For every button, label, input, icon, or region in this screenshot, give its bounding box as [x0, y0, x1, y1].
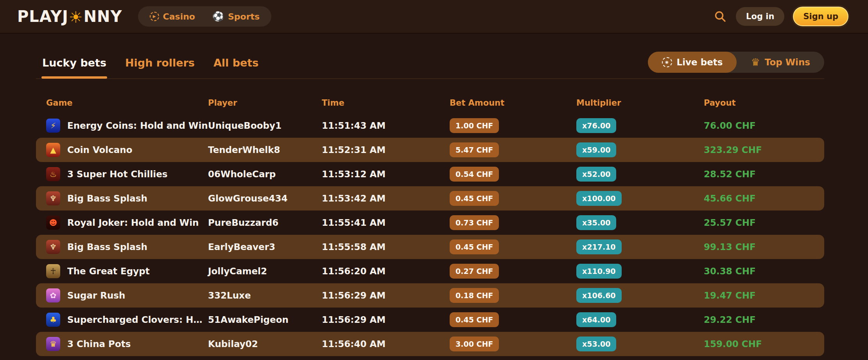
signup-button[interactable]: Sign up	[793, 7, 848, 26]
game-cell: ✿Sugar Rush	[46, 288, 208, 302]
game-icon: ♣	[46, 313, 60, 327]
nav-item-casino[interactable]: ▶ Casino	[142, 6, 203, 27]
multiplier-cell: x53.00	[576, 337, 704, 351]
sun-icon: ☀	[69, 9, 83, 25]
game-icon: ♨	[46, 167, 60, 181]
game-icon: ⚡	[46, 119, 60, 133]
bet-amount-cell: 0.45 CHF	[450, 191, 576, 206]
soccer-ball-icon: ⚽	[212, 12, 224, 21]
player-name: EarlyBeaver3	[208, 242, 322, 252]
player-name: JollyCamel2	[208, 266, 322, 276]
table-row[interactable]: ⚡Energy Coins: Hold and WinUniqueBooby11…	[36, 113, 824, 138]
payout-amount: 30.38 CHF	[704, 266, 814, 276]
player-name: GlowGrouse434	[208, 193, 322, 203]
bet-time: 11:56:29 AM	[322, 315, 450, 325]
table-header: Game Player Time Bet Amount Multiplier P…	[36, 92, 824, 113]
login-button[interactable]: Log in	[736, 7, 784, 26]
multiplier-cell: x64.00	[576, 312, 704, 327]
tab-lucky-bets[interactable]: Lucky bets	[41, 53, 107, 77]
bet-amount-badge: 0.45 CHF	[450, 191, 499, 206]
logo-text-right: NNY	[84, 7, 122, 25]
bet-amount-badge: 5.47 CHF	[450, 142, 499, 157]
column-header-payout: Payout	[704, 98, 814, 108]
bet-amount-cell: 1.00 CHF	[450, 118, 576, 133]
player-name: PureBuzzard6	[208, 218, 322, 228]
bet-time: 11:55:58 AM	[322, 242, 450, 252]
game-cell: ♨3 Super Hot Chillies	[46, 167, 208, 181]
nav-item-sports[interactable]: ⚽ Sports	[204, 6, 267, 27]
search-icon[interactable]	[713, 9, 727, 23]
player-name: UniqueBooby1	[208, 121, 322, 131]
game-cell: ♛3 China Pots	[46, 337, 208, 351]
payout-amount: 159.00 CHF	[704, 339, 814, 349]
bet-time: 11:53:42 AM	[322, 193, 450, 203]
player-name: 332Luxe	[208, 290, 322, 301]
table-row[interactable]: ♛3 China PotsKubilay0211:56:40 AM3.00 CH…	[36, 332, 824, 356]
table-row[interactable]: ☻Royal Joker: Hold and WinPureBuzzard611…	[36, 211, 824, 235]
game-cell: ☻Royal Joker: Hold and Win	[46, 216, 208, 230]
bet-amount-cell: 0.27 CHF	[450, 264, 576, 279]
column-header-time: Time	[322, 98, 450, 108]
chip-icon: ◉	[662, 57, 672, 67]
bet-amount-badge: 3.00 CHF	[450, 337, 499, 351]
tabs-row: Lucky bets High rollers All bets ◉ Live …	[36, 52, 824, 79]
column-header-bet-amount: Bet Amount	[450, 98, 576, 108]
table-row[interactable]: ♣Supercharged Clovers: Hold ...51AwakePi…	[36, 308, 824, 332]
game-cell: ▲Coin Volcano	[46, 143, 208, 157]
multiplier-badge: x76.00	[576, 118, 616, 133]
bet-amount-cell: 0.45 CHF	[450, 312, 576, 327]
bet-tabs: Lucky bets High rollers All bets	[36, 53, 259, 77]
game-name: 3 China Pots	[67, 339, 131, 349]
payout-amount: 323.29 CHF	[704, 145, 814, 155]
topbar-actions: Log in Sign up	[713, 7, 851, 26]
game-cell: ♆Big Bass Splash	[46, 191, 208, 205]
game-name: Big Bass Splash	[67, 193, 147, 203]
player-name: 06WholeCarp	[208, 169, 322, 179]
game-name: 3 Super Hot Chillies	[67, 169, 168, 179]
game-cell: ☥The Great Egypt	[46, 264, 208, 278]
table-row[interactable]: ♨3 Super Hot Chillies06WholeCarp11:53:12…	[36, 162, 824, 186]
table-row[interactable]: ☥The Great EgyptJollyCamel211:56:20 AM0.…	[36, 259, 824, 283]
table-row[interactable]: ▲Coin VolcanoTenderWhelk811:52:31 AM5.47…	[36, 138, 824, 162]
top-bar: PLAYJ☀NNY ▶ Casino ⚽ Sports Log in Sign …	[0, 0, 868, 34]
multiplier-badge: x64.00	[576, 312, 616, 327]
bet-amount-cell: 0.18 CHF	[450, 288, 576, 303]
bet-amount-cell: 5.47 CHF	[450, 142, 576, 157]
column-header-multiplier: Multiplier	[576, 98, 704, 108]
game-name: Sugar Rush	[67, 290, 125, 301]
multiplier-cell: x59.00	[576, 142, 704, 157]
toggle-top-wins[interactable]: ♛ Top Wins	[737, 52, 824, 73]
bet-amount-badge: 1.00 CHF	[450, 118, 499, 133]
game-icon: ✿	[46, 288, 60, 302]
multiplier-cell: x35.00	[576, 215, 704, 230]
bet-amount-badge: 0.45 CHF	[450, 239, 499, 254]
table-row[interactable]: ♆Big Bass SplashEarlyBeaver311:55:58 AM0…	[36, 235, 824, 259]
table-row[interactable]: ♆Big Bass SplashGlowGrouse43411:53:42 AM…	[36, 186, 824, 211]
table-row[interactable]: ✿Sugar Rush332Luxe11:56:29 AM0.18 CHFx10…	[36, 283, 824, 308]
player-name: TenderWhelk8	[208, 145, 322, 155]
multiplier-cell: x217.10	[576, 239, 704, 254]
tab-high-rollers[interactable]: High rollers	[124, 53, 195, 77]
game-name: Royal Joker: Hold and Win	[67, 218, 199, 228]
toggle-live-bets[interactable]: ◉ Live bets	[648, 52, 737, 73]
game-name: Coin Volcano	[67, 145, 133, 155]
brand-logo[interactable]: PLAYJ☀NNY	[17, 7, 122, 25]
bet-amount-cell: 0.73 CHF	[450, 215, 576, 230]
product-switcher: ▶ Casino ⚽ Sports	[138, 6, 272, 27]
game-cell: ♆Big Bass Splash	[46, 240, 208, 254]
game-cell: ♣Supercharged Clovers: Hold ...	[46, 313, 208, 327]
bet-time: 11:51:43 AM	[322, 121, 450, 131]
bet-time: 11:56:20 AM	[322, 266, 450, 276]
tab-all-bets[interactable]: All bets	[213, 53, 259, 77]
game-name: Supercharged Clovers: Hold ...	[67, 315, 208, 325]
multiplier-badge: x59.00	[576, 142, 616, 157]
multiplier-badge: x53.00	[576, 337, 616, 351]
top-wins-label: Top Wins	[765, 57, 810, 67]
bet-amount-badge: 0.73 CHF	[450, 215, 499, 230]
bet-time: 11:53:12 AM	[322, 169, 450, 179]
multiplier-cell: x52.00	[576, 167, 704, 182]
bet-time: 11:52:31 AM	[322, 145, 450, 155]
player-name: Kubilay02	[208, 339, 322, 349]
multiplier-badge: x110.90	[576, 264, 622, 279]
bet-amount-cell: 3.00 CHF	[450, 337, 576, 351]
